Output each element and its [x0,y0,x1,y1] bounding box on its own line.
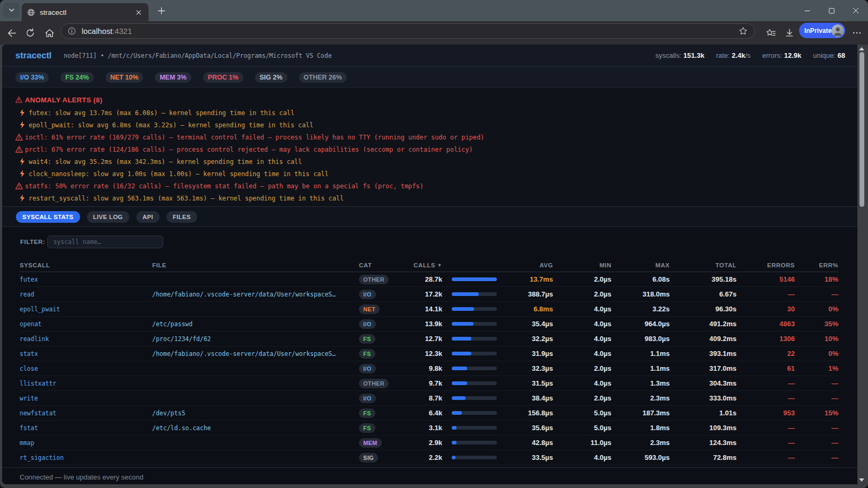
favorites-icon[interactable] [764,27,777,39]
table-row[interactable]: mmap MEM 2.9k 42.8µs 11.0µs 2.3ms 124.3m… [20,435,838,450]
cell-errors: — [737,454,795,461]
col-file[interactable]: FILE [152,262,359,268]
minimize-button[interactable] [795,0,819,21]
view-tab[interactable]: FILES [166,211,197,223]
cell-errp: — [795,424,838,432]
connection-status: Connected — live updates every second [20,473,143,481]
table-body: futex OTHER 28.7k 13.7ms 2.0µs 6.08s 395… [20,272,838,465]
avatar[interactable] [831,24,844,37]
table-row[interactable]: fstat /etc/ld.so.cache FS 3.1k 35.6µs 5.… [20,421,838,435]
bolt-icon [20,158,25,165]
cell-errp: — [795,379,838,387]
chevron-down-icon [8,6,15,14]
cell-file: /home/fabiano/.vscode-server/data/User/w… [152,291,359,298]
cell-calls: 9.8k [408,364,442,372]
col-min[interactable]: MIN [553,262,611,268]
table-row[interactable]: openat /etc/passwd I/O 13.9k 35.4µs 4.0µ… [20,317,838,332]
scroll-up-arrow-icon[interactable] [859,47,864,50]
table-row[interactable]: epoll_pwait NET 14.1k 6.8ms 4.0µs 3.22s … [20,302,838,317]
settings-menu-icon[interactable] [851,27,863,39]
col-max[interactable]: MAX [611,262,670,268]
col-calls[interactable]: CALLS ▼ [408,262,442,268]
browser-tab-strip: stracectl [0,0,868,21]
cell-errp: 0% [795,350,838,358]
bolt-icon [20,109,25,117]
table-row[interactable]: write I/O 8.7k 38.4µs 2.0µs 2.3ms 333.0m… [20,391,838,406]
address-bar[interactable]: localhost:4321 [60,23,755,39]
cell-avg: 388.7µs [497,290,553,298]
process-info: node[711] • /mnt/c/Users/Fabiano/AppData… [64,52,331,59]
main-panel: FILTER: SYSCALL FILE CAT CALLS ▼ AVG MIN… [2,236,857,481]
cell-avg: 35.6µs [497,424,553,432]
table-row[interactable]: llistxattr OTHER 9.7k 31.5µs 4.0µs 1.3ms… [20,376,838,391]
scroll-down-arrow-icon[interactable] [859,478,864,482]
category-pill: FS 24% [60,72,93,83]
cell-min: 4.0µs [553,335,611,343]
table-row[interactable]: newfstatat /dev/pts5 FS 6.4k 156.8µs 5.0… [20,406,838,421]
inprivate-badge[interactable]: InPrivate [799,23,845,38]
view-tab[interactable]: LIVE LOG [87,211,129,223]
syscall-table: SYSCALL FILE CAT CALLS ▼ AVG MIN MAX TOT… [20,258,838,465]
table-row[interactable]: readlink /proc/1234/fd/62 FS 12.7k 32.2µ… [20,332,838,346]
bolt-icon [20,194,25,202]
site-info-icon[interactable] [68,27,76,35]
cell-bar [442,441,497,445]
browser-tab[interactable]: stracectl [22,3,148,21]
bolt-icon [20,170,25,178]
tab-close-button[interactable] [133,7,144,18]
table-row[interactable]: futex OTHER 28.7k 13.7ms 2.0µs 6.08s 395… [20,272,838,287]
cell-avg: 31.5µs [497,379,553,387]
close-window-button[interactable] [844,0,868,21]
header-stat: rate: 2.4k/s [716,51,750,59]
table-row[interactable]: close I/O 9.8k 32.3µs 2.0µs 1.1ms 317.0m… [20,361,838,376]
category-badge: I/O [359,319,376,329]
cell-calls: 28.7k [408,275,442,283]
new-tab-button[interactable] [154,4,169,18]
cell-cat: I/O [359,394,408,403]
filter-row: FILTER: [2,236,857,248]
downloads-icon[interactable] [783,27,796,39]
cell-calls: 8.7k [408,394,442,402]
filter-input[interactable] [47,236,163,248]
view-tab[interactable]: API [136,211,160,223]
col-errors[interactable]: ERRORS [737,262,795,268]
maximize-button[interactable] [819,0,844,21]
scrollbar-thumb[interactable] [860,52,864,207]
cell-bar [442,396,497,400]
category-badge: SIG [359,453,378,463]
cell-errors: — [737,290,795,298]
col-errp[interactable]: ERR% [795,262,838,268]
table-row[interactable]: read /home/fabiano/.vscode-server/data/U… [20,287,838,302]
back-button[interactable] [5,27,18,39]
cell-avg: 6.8ms [497,305,553,313]
cell-calls: 12.7k [408,335,442,343]
col-avg[interactable]: AVG [497,262,553,268]
table-header: SYSCALL FILE CAT CALLS ▼ AVG MIN MAX TOT… [20,258,838,272]
col-total[interactable]: TOTAL [670,262,737,268]
cell-total: 393.1ms [670,350,737,358]
col-cat[interactable]: CAT [359,262,408,268]
cell-bar [442,367,497,370]
alert-line: ioctl: 61% error rate (169/279 calls) — … [15,131,857,143]
alert-icon [15,182,23,189]
cell-min: 4.0µs [553,454,611,461]
alert-icon [19,158,25,165]
view-tab[interactable]: SYSCALL STATS [16,211,80,223]
table-row[interactable]: rt_sigaction SIG 2.2k 33.5µs 4.0µs 593.0… [20,450,838,465]
header-stat: syscalls: 151.3k [655,51,705,59]
cell-errp: 15% [795,409,838,417]
calls-bar-track [452,337,497,341]
home-button[interactable] [43,27,56,39]
calls-bar-track [452,426,497,430]
calls-bar-track [452,307,497,311]
page-scrollbar[interactable] [857,45,866,484]
cell-file: /proc/1234/fd/62 [152,335,359,343]
refresh-button[interactable] [24,27,37,39]
col-syscall[interactable]: SYSCALL [20,262,152,268]
table-row[interactable]: statx /home/fabiano/.vscode-server/data/… [20,346,838,361]
favorite-star-icon[interactable] [739,27,748,36]
cell-min: 4.0µs [553,320,611,328]
cell-total: 304.3ms [670,379,737,387]
tab-search-button[interactable] [3,3,20,18]
cell-file: /etc/ld.so.cache [152,424,359,432]
